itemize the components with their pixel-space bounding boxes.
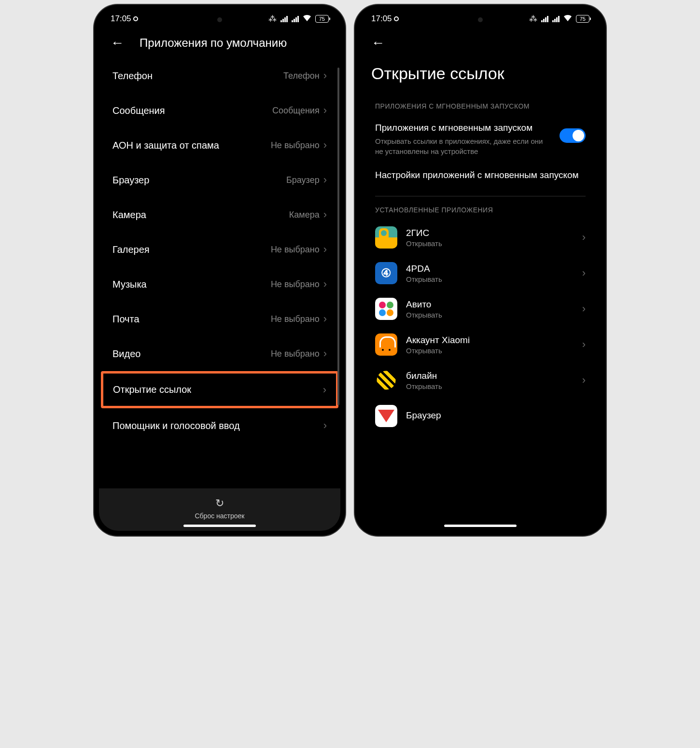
bluetooth-icon: ⁂ xyxy=(268,14,277,24)
app-row-avito[interactable]: Авито Открывать › xyxy=(364,291,597,327)
back-button[interactable]: ← xyxy=(109,35,126,51)
app-sub: Открывать xyxy=(406,275,574,283)
status-time: 17:05 xyxy=(111,14,131,24)
row-video[interactable]: Видео Не выбрано› xyxy=(103,336,336,371)
settings-link-label: Настройки приложений с мгновенным запуск… xyxy=(375,170,579,180)
settings-list[interactable]: Телефон Телефон› Сообщения Сообщения› АО… xyxy=(99,58,340,485)
toggle-title: Приложения с мгновенным запуском xyxy=(375,123,552,133)
signal-icon-1 xyxy=(541,15,548,22)
reset-icon: ↻ xyxy=(99,497,340,510)
scrollbar[interactable] xyxy=(337,68,339,405)
row-label: Помощник и голосовой ввод xyxy=(112,420,240,431)
wifi-icon xyxy=(563,14,572,24)
app-name: Браузер xyxy=(406,410,586,421)
app-name: Авито xyxy=(406,299,574,310)
app-icon-beeline xyxy=(375,369,397,391)
toggle-subtitle: Открывать ссылки в приложениях, даже есл… xyxy=(375,136,552,156)
row-label: Видео xyxy=(112,348,140,360)
row-camera[interactable]: Камера Камера› xyxy=(103,197,336,232)
camera-notch xyxy=(217,17,222,22)
row-caller-id[interactable]: АОН и защита от спама Не выбрано› xyxy=(103,128,336,163)
row-label: Открытие ссылок xyxy=(113,384,191,395)
chevron-right-icon: › xyxy=(582,304,586,314)
row-browser[interactable]: Браузер Браузер› xyxy=(103,163,336,197)
row-label: АОН и защита от спама xyxy=(112,140,219,151)
row-label: Почта xyxy=(112,314,140,325)
row-value: Не выбрано xyxy=(271,279,320,290)
app-name: 2ГИС xyxy=(406,228,574,238)
phone-right: 17:05 ⁂ 75 ← Открытие ссылок ПРИЛОЖЕНИЯ … xyxy=(355,5,606,536)
row-value: Телефон xyxy=(283,71,320,81)
screen-left: 17:05 ⁂ 75 ← Приложения по умолчанию Тел… xyxy=(99,10,340,531)
row-gallery[interactable]: Галерея Не выбрано› xyxy=(103,232,336,267)
row-instant-app-settings[interactable]: Настройки приложений с мгновенным запуск… xyxy=(364,163,597,190)
row-phone[interactable]: Телефон Телефон› xyxy=(103,58,336,93)
wifi-icon xyxy=(303,14,311,24)
app-icon-xiaomi xyxy=(375,333,397,356)
home-indicator[interactable] xyxy=(444,525,517,527)
chevron-right-icon: › xyxy=(323,70,327,81)
status-time: 17:05 xyxy=(371,14,392,24)
section-instant-apps: ПРИЛОЖЕНИЯ С МГНОВЕННЫМ ЗАПУСКОМ xyxy=(364,98,597,116)
reset-label: Сброс настроек xyxy=(195,512,244,520)
row-opening-links[interactable]: Открытие ссылок › xyxy=(101,371,338,408)
toggle-switch[interactable] xyxy=(560,128,586,143)
row-value: Не выбрано xyxy=(271,349,320,359)
row-label: Камера xyxy=(112,209,146,221)
chevron-right-icon: › xyxy=(582,232,586,243)
signal-icon-2 xyxy=(292,15,299,22)
chevron-right-icon: › xyxy=(323,105,327,116)
page-title: Открытие ссылок xyxy=(360,51,601,98)
status-dot-icon xyxy=(394,16,399,21)
app-row-browser[interactable]: Браузер xyxy=(364,398,597,434)
app-icon-browser xyxy=(375,405,397,427)
chevron-right-icon: › xyxy=(323,279,327,290)
chevron-right-icon: › xyxy=(323,209,327,220)
row-music[interactable]: Музыка Не выбрано› xyxy=(103,267,336,302)
app-sub: Открывать xyxy=(406,346,574,355)
row-label: Браузер xyxy=(112,175,149,186)
phone-left: 17:05 ⁂ 75 ← Приложения по умолчанию Тел… xyxy=(94,5,345,536)
app-sub: Открывать xyxy=(406,311,574,319)
row-messages[interactable]: Сообщения Сообщения› xyxy=(103,93,336,128)
app-name: 4PDA xyxy=(406,263,574,274)
app-name: билайн xyxy=(406,371,574,381)
app-row-4pda[interactable]: ④ 4PDA Открывать › xyxy=(364,255,597,291)
row-value: Не выбрано xyxy=(271,314,320,324)
chevron-right-icon: › xyxy=(323,244,327,255)
chevron-right-icon: › xyxy=(582,339,586,350)
row-value: Не выбрано xyxy=(271,140,320,151)
chevron-right-icon: › xyxy=(323,348,327,359)
app-sub: Открывать xyxy=(406,239,574,248)
row-assistant[interactable]: Помощник и голосовой ввод › xyxy=(103,408,336,443)
chevron-right-icon: › xyxy=(323,140,327,151)
toggle-thumb xyxy=(573,130,584,141)
row-value: Сообщения xyxy=(272,106,320,116)
row-label: Сообщения xyxy=(112,105,165,116)
app-row-xiaomi-account[interactable]: Аккаунт Xiaomi Открывать › xyxy=(364,327,597,362)
app-sub: Открывать xyxy=(406,382,574,390)
home-indicator[interactable] xyxy=(183,525,256,527)
app-icon-2gis xyxy=(375,226,397,249)
chevron-right-icon: › xyxy=(323,175,327,185)
row-mail[interactable]: Почта Не выбрано› xyxy=(103,302,336,336)
row-label: Телефон xyxy=(112,70,153,82)
battery-icon: 75 xyxy=(315,15,329,23)
signal-icon-2 xyxy=(552,15,560,22)
app-name: Аккаунт Xiaomi xyxy=(406,335,574,346)
divider xyxy=(375,196,586,196)
status-dot-icon xyxy=(133,16,138,21)
back-button[interactable]: ← xyxy=(369,35,387,51)
header-left: ← Приложения по умолчанию xyxy=(99,26,340,58)
chevron-right-icon: › xyxy=(582,268,586,278)
app-row-2gis[interactable]: 2ГИС Открывать › xyxy=(364,220,597,255)
screen-right: 17:05 ⁂ 75 ← Открытие ссылок ПРИЛОЖЕНИЯ … xyxy=(360,10,601,531)
chevron-right-icon: › xyxy=(323,314,327,324)
row-value: Не выбрано xyxy=(271,245,320,255)
app-row-beeline[interactable]: билайн Открывать › xyxy=(364,362,597,398)
toggle-instant-apps[interactable]: Приложения с мгновенным запуском Открыва… xyxy=(364,116,597,163)
content-right[interactable]: ПРИЛОЖЕНИЯ С МГНОВЕННЫМ ЗАПУСКОМ Приложе… xyxy=(360,98,601,531)
app-icon-4pda: ④ xyxy=(375,262,397,284)
row-value: Камера xyxy=(289,210,320,220)
page-title: Приложения по умолчанию xyxy=(140,36,287,50)
